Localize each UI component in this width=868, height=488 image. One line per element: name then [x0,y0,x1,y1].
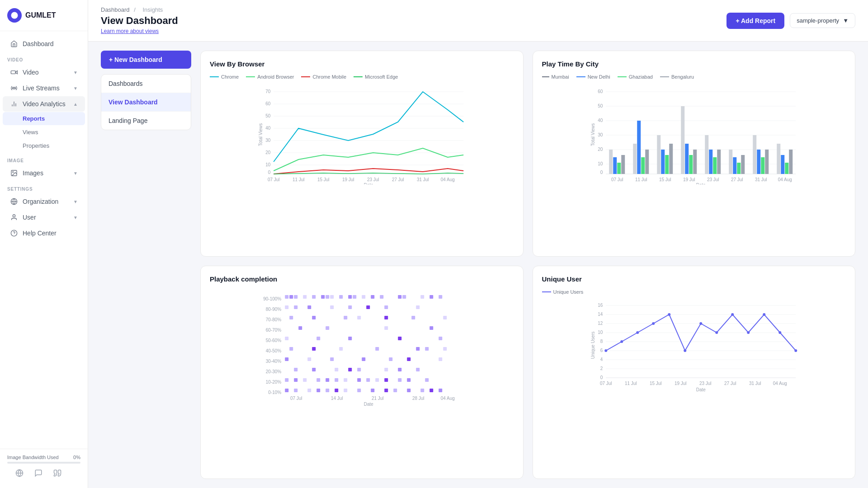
learn-more-link[interactable]: Learn more about views [101,28,159,34]
svg-rect-132 [366,305,370,309]
svg-rect-108 [285,295,288,299]
svg-rect-112 [312,295,316,299]
unique-user-chart: 16 14 12 10 8 6 4 2 0 Unique Users [542,300,846,401]
svg-rect-141 [443,316,447,319]
svg-text:50-60%: 50-60% [266,338,282,343]
svg-rect-165 [294,368,297,371]
svg-text:07 Jul: 07 Jul [599,381,612,386]
svg-rect-176 [316,378,320,382]
svg-text:60: 60 [598,89,603,94]
sidebar-item-organization[interactable]: Organization ▼ [3,194,85,209]
menu-item-view-dashboard[interactable]: View Dashboard [101,93,191,112]
svg-rect-191 [326,389,329,392]
sidebar-item-help-center[interactable]: Help Center [3,225,85,241]
svg-text:15 Jul: 15 Jul [317,177,330,182]
sidebar-item-images[interactable]: Images ▼ [3,165,85,181]
svg-text:04 Aug: 04 Aug [441,177,455,182]
home-icon [10,40,18,48]
svg-rect-149 [398,337,401,340]
svg-text:70-80%: 70-80% [266,317,282,322]
svg-text:23 Jul: 23 Jul [707,177,719,182]
globe-icon[interactable] [14,468,24,478]
org-chevron: ▼ [73,199,78,204]
svg-point-227 [604,349,607,352]
sidebar-item-video[interactable]: Video ▼ [3,65,85,80]
svg-text:0: 0 [268,170,271,175]
svg-rect-134 [416,305,420,309]
svg-rect-124 [420,295,424,299]
svg-rect-192 [335,389,338,392]
left-panel: + New Dashboard Dashboards View Dashboar… [101,51,191,479]
svg-rect-59 [617,163,621,174]
svg-rect-198 [407,389,410,392]
svg-rect-166 [312,368,316,371]
svg-rect-118 [353,295,356,299]
video-icon [10,68,18,76]
svg-rect-190 [316,389,320,392]
edge-legend-label: Microsoft Edge [365,74,398,80]
svg-rect-64 [645,150,649,174]
quote-icon[interactable] [52,468,62,478]
sidebar-sub-views[interactable]: Views [3,126,85,139]
svg-point-234 [715,331,718,334]
sidebar-sub-reports[interactable]: Reports [3,112,85,125]
sidebar-sub-properties[interactable]: Properties [3,139,85,152]
svg-text:40: 40 [598,118,603,123]
sidebar-item-user[interactable]: User ▼ [3,210,85,225]
svg-text:Date: Date [364,402,374,407]
breadcrumb-dashboard[interactable]: Dashboard [101,6,130,13]
sidebar-item-dashboard[interactable]: Dashboard [3,36,85,52]
svg-rect-158 [285,357,288,361]
svg-point-8 [13,172,14,173]
svg-text:23 Jul: 23 Jul [699,381,711,386]
dashboard-menu: Dashboards View Dashboard Landing Page [101,74,191,130]
ghaziabad-legend-label: Ghaziabad [629,74,653,80]
svg-text:60-70%: 60-70% [266,328,282,333]
svg-rect-161 [362,357,365,361]
svg-rect-119 [362,295,365,299]
svg-text:28 Jul: 28 Jul [412,396,425,401]
svg-rect-140 [411,316,415,319]
svg-rect-82 [757,150,760,174]
sidebar-item-video-analytics[interactable]: Video Analytics ▲ [3,96,85,112]
legend-android: Android Browser [246,74,294,80]
svg-text:20-30%: 20-30% [266,369,282,374]
svg-text:27 Jul: 27 Jul [724,381,736,386]
svg-rect-69 [681,106,684,174]
svg-rect-186 [425,378,429,382]
svg-text:30-40%: 30-40% [266,359,282,364]
svg-point-236 [747,331,750,334]
charts-grid: View By Browser Chrome Android Browser C… [200,51,855,479]
chrome-legend-color [210,76,219,77]
images-label: Images [23,169,43,177]
svg-text:11 Jul: 11 Jul [624,381,637,386]
svg-text:4: 4 [600,357,603,362]
svg-point-228 [620,340,623,343]
new-dashboard-button[interactable]: + New Dashboard [101,51,191,69]
add-report-button[interactable]: + Add Report [726,13,784,29]
svg-rect-200 [429,389,433,392]
sidebar-item-live-streams[interactable]: Live Streams ▼ [3,80,85,96]
live-icon [10,84,18,92]
svg-point-11 [13,215,15,217]
chat-icon[interactable] [33,468,43,478]
menu-item-landing-page[interactable]: Landing Page [101,112,191,130]
page-title: View Dashboard [101,15,178,27]
legend-edge: Microsoft Edge [354,74,398,80]
svg-rect-111 [303,295,307,299]
ghaziabad-legend-color [618,76,627,77]
menu-item-dashboards[interactable]: Dashboards [101,75,191,93]
svg-rect-81 [753,135,756,174]
legend-delhi: New Delhi [576,74,610,80]
live-streams-label: Live Streams [23,84,60,92]
play-time-by-city-legend: Mumbai New Delhi Ghaziabad Bengaluru [542,74,846,80]
svg-text:11 Jul: 11 Jul [292,177,305,182]
svg-rect-71 [689,155,693,174]
svg-rect-184 [398,378,401,382]
edge-legend-color [354,76,363,77]
user-icon [10,213,18,221]
svg-text:27 Jul: 27 Jul [392,177,404,182]
svg-rect-80 [741,155,745,174]
property-selector[interactable]: sample-property ▼ [790,13,855,28]
svg-text:6: 6 [600,348,603,353]
